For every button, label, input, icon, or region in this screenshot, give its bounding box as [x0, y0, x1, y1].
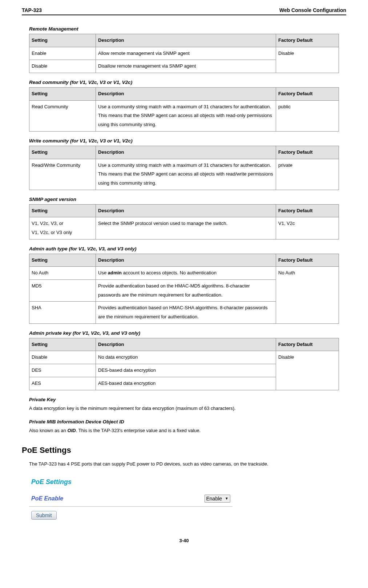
setting-cell: Read/Write Community — [29, 159, 96, 190]
setting-cell: V1, V2c, V3, orV1, V2c, or V3 only — [29, 217, 96, 239]
table-header-cell: Description — [96, 34, 276, 47]
page-number: 3-40 — [22, 538, 346, 543]
settings-table: SettingDescriptionFactory DefaultEnableA… — [29, 34, 339, 73]
table-header-cell: Description — [96, 204, 276, 217]
description-cell: Use a community string match with a maxi… — [96, 159, 276, 190]
poe-heading: PoE Settings — [22, 446, 339, 455]
setting-cell: SHA — [29, 302, 96, 323]
description-cell: Select the SNMP protocol version used to… — [96, 217, 276, 239]
table-row: EnableAllow remote management via SNMP a… — [29, 47, 339, 60]
table-row: No AuthUse admin account to access objec… — [29, 267, 339, 280]
poe-panel-title: PoE Settings — [29, 475, 232, 492]
private-key-heading: Private Key — [29, 397, 339, 402]
private-key-text: A data encryption key is the minimum req… — [29, 404, 339, 412]
header-right: Web Console Configuration — [279, 7, 346, 13]
setting-cell: Read Community — [29, 100, 96, 131]
setting-cell: Enable — [29, 47, 96, 60]
table-header-cell: Factory Default — [276, 254, 339, 267]
setting-cell: MD5 — [29, 280, 96, 302]
table-header-cell: Setting — [29, 254, 96, 267]
setting-cell: Disable — [29, 351, 96, 364]
default-cell: public — [276, 100, 339, 131]
header-left: TAP-323 — [22, 7, 42, 13]
table-heading: Read community (for V1, V2c, V3 or V1, V… — [29, 80, 339, 85]
table-header-cell: Description — [96, 88, 276, 101]
poe-settings-panel: PoE Settings PoE Enable Enable ▼ Submit — [29, 475, 232, 520]
settings-table: SettingDescriptionFactory DefaultV1, V2c… — [29, 204, 339, 239]
settings-table: SettingDescriptionFactory DefaultDisable… — [29, 338, 339, 390]
settings-table: SettingDescriptionFactory DefaultRead Co… — [29, 87, 339, 132]
setting-cell: AES — [29, 377, 96, 390]
table-row: V1, V2c, V3, orV1, V2c, or V3 onlySelect… — [29, 217, 339, 239]
table-heading: Write community (for V1, V2c, V3 or V1, … — [29, 138, 339, 144]
settings-table: SettingDescriptionFactory DefaultRead/Wr… — [29, 146, 339, 190]
description-cell: No data encryption — [96, 351, 276, 364]
description-cell: DES-based data encryption — [96, 364, 276, 377]
page-header: TAP-323 Web Console Configuration — [22, 7, 346, 15]
description-cell: AES-based data encryption — [96, 377, 276, 390]
default-cell: private — [276, 159, 339, 190]
table-header-cell: Setting — [29, 338, 96, 351]
table-header-cell: Factory Default — [276, 146, 339, 159]
default-cell: Disable — [276, 351, 339, 390]
table-header-cell: Description — [96, 254, 276, 267]
table-header-cell: Factory Default — [276, 88, 339, 101]
table-heading: Admin auth type (for V1, V2c, V3, and V3… — [29, 246, 339, 251]
table-header-cell: Setting — [29, 204, 96, 217]
poe-enable-label: PoE Enable — [31, 495, 63, 502]
private-mib-text: Also known as an OID. This is the TAP-32… — [29, 427, 339, 435]
description-cell: Disallow remote management via SNMP agen… — [96, 60, 276, 73]
description-cell: Allow remote management via SNMP agent — [96, 47, 276, 60]
content: Remote ManagementSettingDescriptionFacto… — [22, 26, 346, 520]
table-header-cell: Factory Default — [276, 204, 339, 217]
description-cell: Use admin account to access objects. No … — [96, 267, 276, 280]
table-row: DisableNo data encryptionDisable — [29, 351, 339, 364]
table-heading: SNMP agent version — [29, 197, 339, 202]
default-cell: V1, V2c — [276, 217, 339, 239]
chevron-down-icon: ▼ — [225, 496, 229, 500]
table-header-cell: Setting — [29, 88, 96, 101]
description-cell: Provides authentication based on HMAC-SH… — [96, 302, 276, 323]
table-header-cell: Description — [96, 146, 276, 159]
setting-cell: DES — [29, 364, 96, 377]
settings-table: SettingDescriptionFactory DefaultNo Auth… — [29, 254, 339, 324]
table-header-cell: Setting — [29, 146, 96, 159]
table-heading: Admin private key (for V1, V2c, V3, and … — [29, 330, 339, 336]
table-header-cell: Factory Default — [276, 34, 339, 47]
poe-enable-select[interactable]: Enable ▼ — [205, 495, 231, 503]
private-mib-heading: Private MIB Information Device Object ID — [29, 419, 339, 424]
table-header-cell: Description — [96, 338, 276, 351]
setting-cell: Disable — [29, 60, 96, 73]
default-cell: Disable — [276, 47, 339, 73]
default-cell: No Auth — [276, 267, 339, 323]
description-cell: Provide authentication based on the HMAC… — [96, 280, 276, 302]
table-heading: Remote Management — [29, 26, 339, 32]
setting-cell: No Auth — [29, 267, 96, 280]
table-row: Read CommunityUse a community string mat… — [29, 100, 339, 131]
description-cell: Use a community string match with a maxi… — [96, 100, 276, 131]
table-header-cell: Factory Default — [276, 338, 339, 351]
poe-intro: The TAP-323 has 4 PSE ports that can sup… — [29, 460, 339, 468]
table-row: Read/Write CommunityUse a community stri… — [29, 159, 339, 190]
submit-button[interactable]: Submit — [31, 511, 57, 520]
table-header-cell: Setting — [29, 34, 96, 47]
